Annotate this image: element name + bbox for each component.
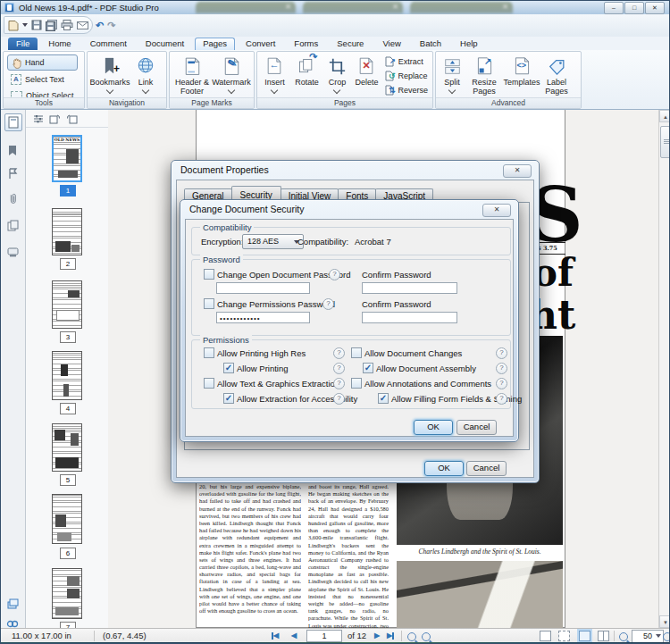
destinations-panel-icon[interactable]: [4, 244, 21, 260]
page-number-5[interactable]: 5: [60, 474, 76, 486]
page-thumbnails-panel-icon[interactable]: [4, 113, 22, 131]
last-page-icon[interactable]: ▶: [387, 631, 394, 640]
previous-page-icon[interactable]: ◀: [291, 631, 297, 640]
help-icon[interactable]: ?: [496, 347, 507, 359]
help-icon[interactable]: ?: [333, 378, 345, 389]
page-number-7[interactable]: 7: [60, 622, 76, 628]
page-thumbnail-3[interactable]: [52, 280, 82, 329]
maximize-button[interactable]: □: [624, 2, 644, 14]
page-number-2[interactable]: 2: [60, 258, 76, 270]
crop-button[interactable]: Crop: [323, 53, 351, 93]
checkbox-allow-document-changes[interactable]: [351, 347, 362, 358]
tab-convert[interactable]: Convert: [238, 38, 283, 50]
properties-ok-button[interactable]: OK: [424, 461, 464, 476]
rotate-page-cw-icon[interactable]: [66, 113, 78, 124]
save-all-icon[interactable]: [46, 20, 57, 31]
actual-size-icon[interactable]: [540, 631, 551, 641]
zoom-out-icon[interactable]: [619, 632, 628, 641]
minimize-button[interactable]: –: [604, 2, 624, 14]
page-thumbnail-1[interactable]: OLD NEWS: [52, 135, 82, 182]
page-number-input[interactable]: 1: [306, 630, 342, 642]
open-icon[interactable]: [8, 20, 19, 31]
tab-home[interactable]: Home: [40, 38, 79, 50]
bookmarks-panel-icon[interactable]: [4, 142, 21, 158]
fit-width-icon[interactable]: [579, 631, 590, 641]
tab-help[interactable]: Help: [452, 38, 486, 50]
rotate-button[interactable]: ↷ Rotate: [290, 53, 323, 87]
previous-view-icon[interactable]: [407, 632, 416, 641]
confirm-permissions-password-field[interactable]: [362, 312, 457, 323]
reverse-button[interactable]: ⇅ Reverse: [385, 84, 428, 96]
tab-comment[interactable]: Comment: [82, 38, 135, 50]
templates-button[interactable]: <> Templates: [502, 53, 541, 87]
header-footer-button[interactable]: Header & Footer: [172, 53, 213, 103]
help-icon[interactable]: ?: [329, 269, 340, 280]
help-icon[interactable]: ?: [333, 347, 345, 359]
layers-panel-icon[interactable]: [4, 217, 21, 233]
next-view-icon[interactable]: [422, 632, 431, 641]
links-panel-icon[interactable]: [4, 615, 21, 628]
signatures-panel-icon[interactable]: [4, 165, 21, 181]
save-icon[interactable]: [31, 20, 42, 30]
scroll-up-icon[interactable]: ▲: [659, 110, 670, 122]
encryption-dropdown[interactable]: 128 AES: [242, 234, 304, 249]
close-dialog-icon[interactable]: ✕: [503, 164, 532, 178]
checkbox-allow-annotations-comments[interactable]: [351, 378, 362, 389]
checkbox-allow-document-assembly[interactable]: ✓: [363, 363, 373, 373]
scroll-down-icon[interactable]: ▼: [659, 615, 670, 628]
pages-stack-icon[interactable]: [4, 596, 21, 612]
help-icon[interactable]: ?: [496, 393, 507, 405]
tab-document[interactable]: Document: [138, 38, 192, 50]
checkbox-change-permissions-password[interactable]: [204, 298, 214, 309]
permissions-password-field[interactable]: ••••••••••••: [216, 312, 310, 323]
checkbox-allow-filling-form-fields[interactable]: ✓: [378, 393, 389, 404]
security-ok-button[interactable]: OK: [414, 420, 453, 435]
close-dialog-icon[interactable]: ✕: [482, 204, 511, 217]
open-password-field[interactable]: [216, 282, 310, 294]
page-thumbnail-7[interactable]: [52, 568, 82, 619]
thumbnail-settings-icon[interactable]: [33, 114, 44, 123]
next-page-icon[interactable]: ▶: [374, 631, 380, 640]
page-number-3[interactable]: 3: [60, 331, 76, 343]
checkbox-change-open-password[interactable]: [204, 269, 214, 280]
redo-icon[interactable]: ↷: [107, 20, 115, 30]
email-icon[interactable]: [77, 21, 88, 29]
select-text-button[interactable]: A Select Text: [7, 72, 78, 87]
rotate-page-ccw-icon[interactable]: [49, 113, 61, 124]
vertical-scrollbar[interactable]: ▲ ▼: [658, 110, 670, 628]
checkbox-allow-printing[interactable]: ✓: [223, 363, 234, 373]
close-button[interactable]: ✕: [645, 2, 665, 14]
open-dropdown-caret-icon[interactable]: [22, 23, 28, 27]
resize-pages-button[interactable]: ↗ Resize Pages: [466, 53, 502, 96]
zoom-in-icon[interactable]: [663, 632, 670, 641]
page-number-4[interactable]: 4: [60, 403, 76, 414]
checkbox-allow-extraction-accessibility[interactable]: ✓: [223, 393, 234, 404]
page-number-6[interactable]: 6: [60, 548, 76, 559]
insert-button[interactable]: ← Insert: [259, 53, 290, 93]
fit-page-icon[interactable]: [558, 631, 570, 641]
tab-batch[interactable]: Batch: [412, 38, 449, 50]
security-cancel-button[interactable]: Cancel: [456, 420, 497, 435]
label-pages-button[interactable]: Label Pages: [541, 53, 572, 96]
checkbox-allow-printing-high-res[interactable]: [204, 347, 214, 358]
delete-button[interactable]: ✕ Delete: [351, 53, 382, 87]
page-thumbnail-4[interactable]: [52, 351, 82, 400]
properties-cancel-button[interactable]: Cancel: [466, 461, 507, 476]
zoom-dropdown-caret-icon[interactable]: [656, 634, 661, 638]
watermark-button[interactable]: ✎ Watermark: [213, 53, 250, 93]
help-icon[interactable]: ?: [496, 363, 507, 374]
split-button[interactable]: Split: [438, 53, 466, 93]
tab-file[interactable]: File: [8, 38, 38, 50]
help-icon[interactable]: ?: [496, 378, 507, 389]
tab-view[interactable]: View: [374, 38, 408, 50]
attachments-panel-icon[interactable]: [4, 190, 21, 206]
hand-tool-button[interactable]: Hand: [7, 54, 78, 71]
first-page-icon[interactable]: ◀: [272, 631, 279, 640]
page-thumbnail-5[interactable]: [52, 423, 82, 472]
help-icon[interactable]: ?: [322, 298, 334, 310]
page-thumbnail-6[interactable]: [52, 494, 82, 544]
help-icon[interactable]: ?: [333, 393, 345, 405]
multi-page-view-icon[interactable]: [598, 631, 609, 641]
help-icon[interactable]: ?: [333, 363, 345, 374]
tab-secure[interactable]: Secure: [329, 38, 372, 50]
